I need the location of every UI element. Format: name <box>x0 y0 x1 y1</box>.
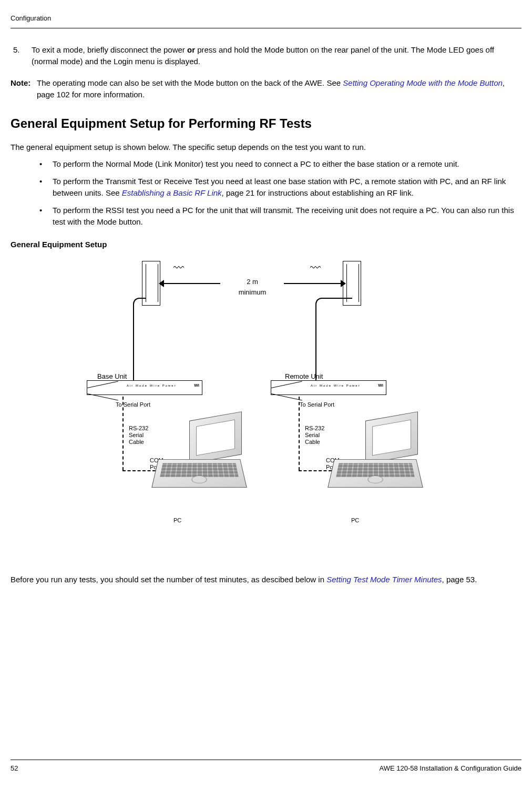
rs232-label: RS-232 Serial Cable <box>129 425 148 446</box>
step-text-or: or <box>187 45 195 54</box>
distance-top: 2 m <box>221 277 284 287</box>
footer-rule <box>11 760 521 760</box>
bullet-2-text-b: , page 21 for instructions about establi… <box>222 188 414 197</box>
bullet-1-text: To perform the Normal Mode (Link Monitor… <box>53 159 459 168</box>
pc-label: PC <box>173 516 181 525</box>
list-item: To perform the RSSI test you need a PC f… <box>39 205 521 228</box>
step-text: To exit a mode, briefly disconnect the p… <box>32 44 521 68</box>
step-number: 5. <box>13 44 32 68</box>
rs232-l3: Cable <box>129 439 148 446</box>
laptop-screen-icon <box>365 411 418 464</box>
closing-text-b: , page 53. <box>442 575 477 584</box>
bullet-list: To perform the Normal Mode (Link Monitor… <box>39 158 521 228</box>
laptop-icon <box>331 416 423 492</box>
closing-text-a: Before you run any tests, you should set… <box>11 575 326 584</box>
note: Note: The operating mode can also be set… <box>11 77 521 101</box>
note-link[interactable]: Setting Operating Mode with the Mode But… <box>343 78 503 87</box>
pc-label: PC <box>351 516 359 525</box>
equipment-diagram: 〰 〰 2 m minimum Base Unit Remote Unit Ai… <box>11 258 521 558</box>
closing-paragraph: Before you run any tests, you should set… <box>11 574 521 586</box>
laptop-keyboard-icon <box>336 463 415 477</box>
note-label: Note: <box>11 77 37 101</box>
device-led-labels: Air Mode Wire Power <box>127 383 177 388</box>
note-text: The operating mode can also be set with … <box>37 77 521 101</box>
bullet-2-link[interactable]: Establishing a Basic RF Link <box>122 188 222 197</box>
page-number: 52 <box>11 763 18 774</box>
list-item: To perform the Normal Mode (Link Monitor… <box>39 158 521 170</box>
serial-port-label: To Serial Port <box>300 400 334 409</box>
base-device-icon: Air Mode Wire Power Wi <box>87 380 202 395</box>
list-item: To perform the Transmit Test or Receive … <box>39 176 521 199</box>
intro-paragraph: The general equipment setup is shown bel… <box>11 141 521 154</box>
laptop-trackball-icon <box>367 476 383 483</box>
bullet-3-text: To perform the RSSI test you need a PC f… <box>53 206 514 227</box>
rs232-label: RS-232 Serial Cable <box>305 425 324 446</box>
note-text-a: The operating mode can also be set with … <box>37 78 343 87</box>
header-rule <box>11 28 521 28</box>
cable-icon <box>315 305 316 381</box>
distance-bottom: minimum <box>221 287 284 298</box>
rf-wave-icon: 〰 <box>173 262 184 273</box>
distance-arrow <box>284 283 341 284</box>
step-5: 5. To exit a mode, briefly disconnect th… <box>13 44 521 68</box>
step-text-a: To exit a mode, briefly disconnect the p… <box>32 45 187 54</box>
rf-wave-icon: 〰 <box>310 262 321 273</box>
device-logo: Wi <box>194 382 199 389</box>
footer-row: 52 AWE 120-58 Installation & Configurati… <box>11 763 521 774</box>
serial-port-label: To Serial Port <box>116 400 150 409</box>
arrowhead-right-icon <box>341 280 346 287</box>
rs232-l3: Cable <box>305 439 324 446</box>
laptop-keyboard-icon <box>160 463 239 477</box>
rs232-l2: Serial <box>129 432 148 439</box>
laptop-screen-icon <box>189 411 242 464</box>
closing-link[interactable]: Setting Test Mode Timer Minutes <box>326 575 442 584</box>
cable-icon <box>133 305 134 381</box>
rs232-l1: RS-232 <box>305 425 324 432</box>
distance-arrow <box>162 283 220 284</box>
distance-label: 2 m minimum <box>221 277 284 297</box>
rs232-l2: Serial <box>305 432 324 439</box>
laptop-base-icon <box>151 459 247 488</box>
serial-cable-icon <box>122 397 124 470</box>
section-heading: General Equipment Setup for Performing R… <box>11 114 521 133</box>
rs232-l1: RS-232 <box>129 425 148 432</box>
figure-title: General Equipment Setup <box>11 239 521 251</box>
cable-icon <box>133 298 146 306</box>
doc-title: AWE 120-58 Installation & Configuration … <box>379 763 521 774</box>
remote-device-icon: Air Mode Wire Power Wi <box>271 380 386 395</box>
running-header: Configuration <box>11 13 521 24</box>
laptop-base-icon <box>328 459 423 488</box>
laptop-icon <box>155 416 247 492</box>
serial-cable-icon <box>299 397 300 470</box>
device-led-labels: Air Mode Wire Power <box>311 383 361 388</box>
page-footer: 52 AWE 120-58 Installation & Configurati… <box>11 760 521 774</box>
cable-icon <box>315 298 352 306</box>
device-logo: Wi <box>378 382 383 389</box>
laptop-trackball-icon <box>191 476 207 483</box>
